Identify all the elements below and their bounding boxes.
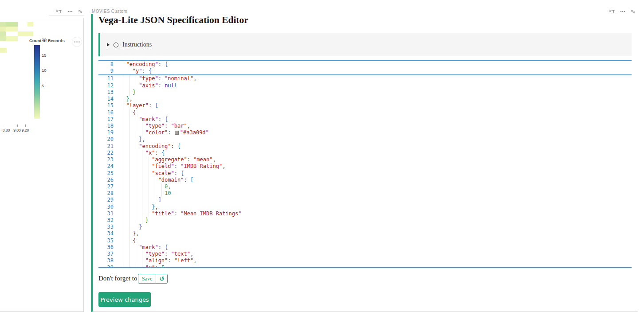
expand-icon[interactable] xyxy=(77,8,83,15)
code-line[interactable]: 9"y": { xyxy=(98,68,632,74)
undo-icon[interactable]: ↺ xyxy=(156,274,167,283)
code-line[interactable]: 14}, xyxy=(98,96,632,102)
code-line[interactable]: 36"mark": { xyxy=(98,244,632,251)
code-line[interactable]: 13} xyxy=(98,89,632,96)
code-line[interactable]: 22"x": { xyxy=(98,150,632,156)
line-number: 17 xyxy=(98,116,120,123)
legend-tick-label: 10 xyxy=(42,68,47,73)
save-reminder-text: Don't forget to xyxy=(98,275,137,282)
dashboard-title: MOVIES Custom xyxy=(92,9,127,14)
code-line[interactable]: 24"field": "IMDB_Rating", xyxy=(98,163,632,170)
sticky-scroll-lines: 8"encoding": {9"y": { xyxy=(98,61,632,75)
instructions-toggle[interactable]: Instructions xyxy=(98,33,632,56)
code-line[interactable]: 20}, xyxy=(98,136,632,143)
line-number: 38 xyxy=(98,257,120,264)
chart-menu-button[interactable] xyxy=(72,37,82,47)
code-line[interactable]: 11"type": "nominal", xyxy=(98,75,632,82)
code-line[interactable]: 35{ xyxy=(98,237,632,244)
line-number: 16 xyxy=(98,109,120,116)
legend-gradient-bar xyxy=(34,45,40,119)
json-code-editor[interactable]: 8"encoding": {9"y": { 11"type": "nominal… xyxy=(98,60,632,268)
line-number: 24 xyxy=(98,163,120,170)
filter-icon[interactable] xyxy=(56,8,62,15)
page: MOVIES Custom Count of Records 2015105 8… xyxy=(0,0,644,319)
instructions-label: Instructions xyxy=(122,41,152,48)
line-number: 28 xyxy=(98,190,120,197)
x-axis-line xyxy=(0,127,28,127)
line-number: 18 xyxy=(98,123,120,129)
line-number: 20 xyxy=(98,136,120,143)
code-line[interactable]: 37"type": "text", xyxy=(98,251,632,257)
code-line[interactable]: 30}, xyxy=(98,204,632,210)
heatmap-cell[interactable] xyxy=(27,22,33,27)
line-number: 21 xyxy=(98,143,120,150)
line-number: 8 xyxy=(98,61,120,68)
line-number: 32 xyxy=(98,217,120,224)
x-axis-tick-label: 9.20 xyxy=(20,128,31,132)
heatmap-cell[interactable] xyxy=(6,22,18,27)
color-swatch xyxy=(175,131,179,135)
code-line[interactable]: 33} xyxy=(98,224,632,230)
line-number: 35 xyxy=(98,237,120,244)
code-line[interactable]: 270, xyxy=(98,183,632,190)
line-number: 39 xyxy=(98,265,120,268)
legend-tick-label: 20 xyxy=(42,37,47,42)
code-line[interactable]: 26"domain": [ xyxy=(98,177,632,183)
heatmap-cell[interactable] xyxy=(6,27,18,31)
line-number: 14 xyxy=(98,96,120,102)
line-number: 29 xyxy=(98,197,120,203)
x-axis-tick-label: 8.80 xyxy=(0,128,12,132)
line-number: 27 xyxy=(98,183,120,190)
line-number: 26 xyxy=(98,177,120,183)
code-line[interactable]: 34}, xyxy=(98,230,632,237)
heatmap-cell[interactable] xyxy=(0,48,7,53)
code-line[interactable]: 21"encoding": { xyxy=(98,143,632,150)
code-line[interactable]: 19"color": "#a3a09d" xyxy=(98,129,632,136)
info-icon xyxy=(113,42,119,48)
x-axis-tickmark xyxy=(25,124,26,127)
x-axis-tickmark xyxy=(17,124,18,127)
heatmap-cell[interactable] xyxy=(6,36,18,41)
code-line[interactable]: 29] xyxy=(98,197,632,203)
code-line[interactable]: 38"align": "left", xyxy=(98,257,632,264)
code-line[interactable]: 39"x": 5 xyxy=(98,265,632,268)
line-number: 22 xyxy=(98,150,120,156)
save-button-group[interactable]: Save ↺ xyxy=(138,274,168,284)
line-number: 31 xyxy=(98,210,120,217)
save-button[interactable]: Save xyxy=(138,274,156,283)
code-line[interactable]: 31"title": "Mean IMDB Ratings" xyxy=(98,210,632,217)
heatmap-cell[interactable] xyxy=(0,22,6,27)
line-number: 13 xyxy=(98,89,120,96)
line-number: 34 xyxy=(98,230,120,237)
code-line[interactable]: 17"mark": { xyxy=(98,116,632,123)
line-number: 11 xyxy=(98,75,120,82)
code-line[interactable]: 8"encoding": { xyxy=(98,61,632,68)
code-line[interactable]: 25"scale": { xyxy=(98,170,632,177)
legend-tick-label: 15 xyxy=(42,53,47,58)
line-number: 37 xyxy=(98,251,120,257)
line-number: 12 xyxy=(98,82,120,89)
line-number: 30 xyxy=(98,204,120,210)
chart-panel: Count of Records 2015105 8.809.009.20 xyxy=(0,18,84,312)
ellipsis-icon[interactable] xyxy=(67,8,73,15)
legend-tick-label: 5 xyxy=(42,83,44,88)
preview-changes-button[interactable]: Preview changes xyxy=(98,292,151,307)
collapse-arrow-icon xyxy=(107,43,110,47)
code-line[interactable]: 12"axis": null xyxy=(98,82,632,89)
heatmap-cell[interactable] xyxy=(0,36,6,41)
toolbar-divider xyxy=(49,15,84,16)
x-axis-tickmark xyxy=(6,124,6,127)
line-number: 33 xyxy=(98,224,120,230)
code-line[interactable]: 2810 xyxy=(98,190,632,197)
heatmap-cell[interactable] xyxy=(0,31,6,36)
code-line[interactable]: 18"type": "bar", xyxy=(98,123,632,129)
line-number: 25 xyxy=(98,170,120,177)
code-line[interactable]: 15"layer": [ xyxy=(98,102,632,109)
line-number: 15 xyxy=(98,102,120,109)
code-line[interactable]: 16{ xyxy=(98,109,632,116)
line-number: 9 xyxy=(98,68,120,74)
code-line[interactable]: 32} xyxy=(98,217,632,224)
heatmap-cell[interactable] xyxy=(18,31,33,36)
heatmap-cell[interactable] xyxy=(0,27,6,31)
code-line[interactable]: 23"aggregate": "mean", xyxy=(98,156,632,163)
